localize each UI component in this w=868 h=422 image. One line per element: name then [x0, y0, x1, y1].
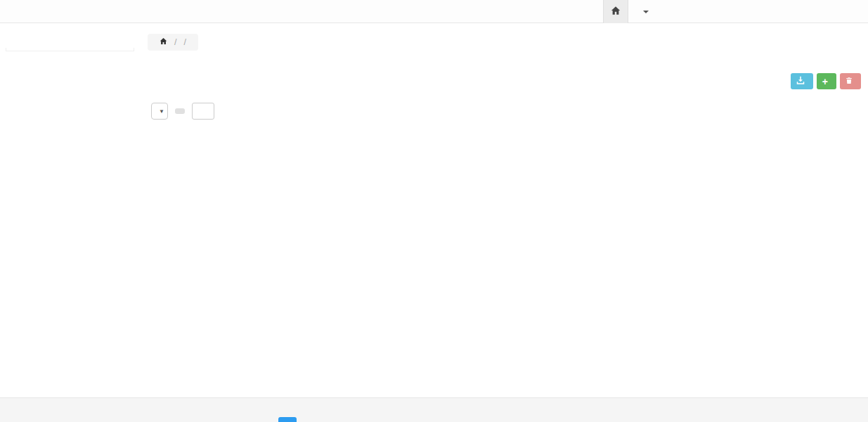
back-to-top-button[interactable]	[278, 417, 297, 422]
breadcrumb-separator: /	[174, 37, 176, 47]
sidebar	[6, 35, 134, 53]
main-content: / / +	[148, 32, 861, 120]
batch-delete-button[interactable]	[840, 73, 861, 89]
breadcrumb-separator: /	[183, 37, 186, 47]
home-button[interactable]	[603, 0, 628, 23]
top-header	[0, 0, 868, 23]
user-menu[interactable]	[640, 11, 649, 13]
import-icon	[796, 76, 805, 87]
topbar-right-group	[603, 0, 649, 23]
home-icon	[611, 6, 621, 18]
import-excel-button[interactable]	[791, 73, 813, 89]
chevron-down-icon: ▼	[159, 108, 164, 115]
jump-button[interactable]	[175, 108, 185, 114]
add-button[interactable]: +	[817, 73, 836, 89]
home-icon	[160, 37, 167, 47]
per-page-select[interactable]: ▼	[151, 103, 168, 120]
action-buttons: +	[148, 73, 861, 89]
plus-icon: +	[822, 77, 828, 87]
sidebar-title	[6, 35, 134, 48]
page-number-input[interactable]	[192, 103, 214, 120]
sidebar-submenu	[6, 48, 134, 51]
breadcrumb: / /	[148, 34, 198, 51]
footer	[0, 397, 868, 422]
trash-icon	[846, 77, 853, 87]
pagination: ▼	[148, 103, 861, 120]
records-summary: ▼	[148, 103, 218, 120]
chevron-down-icon	[643, 11, 649, 13]
